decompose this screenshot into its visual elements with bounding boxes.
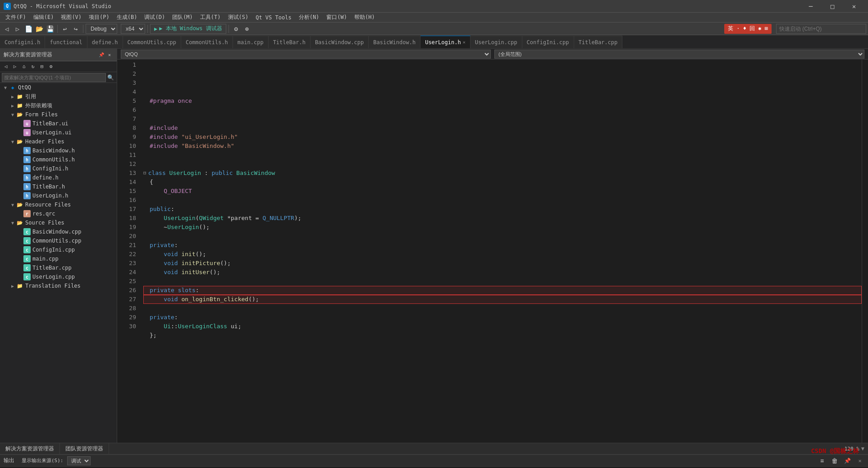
output-pin-btn[interactable]: 📌 xyxy=(843,456,852,465)
tree-item[interactable]: ▼📂Source Files xyxy=(0,218,117,227)
code-line[interactable]: ~UserLogin(); xyxy=(143,223,862,232)
toolbar-redo[interactable]: ↪ xyxy=(71,24,81,34)
collapse-marker[interactable]: ⊟ xyxy=(143,169,146,178)
tab-define-h[interactable]: define.h xyxy=(87,36,123,48)
tab-functional[interactable]: functional xyxy=(45,36,87,48)
output-close-btn[interactable]: ✕ xyxy=(855,456,864,465)
toolbar-save[interactable]: 💾 xyxy=(45,24,55,34)
menu-view[interactable]: 视图(V) xyxy=(57,13,85,23)
tab-userlogin-h[interactable]: UserLogin.h ✕ xyxy=(420,36,471,48)
tree-item[interactable]: hTitleBar.h xyxy=(0,182,117,191)
code-line[interactable]: }; xyxy=(143,331,862,340)
toolbar-back[interactable]: ◁ xyxy=(2,24,12,34)
tree-item[interactable]: hConfigIni.h xyxy=(0,164,117,173)
menu-build[interactable]: 生成(B) xyxy=(113,13,141,23)
code-line[interactable] xyxy=(143,277,862,286)
tree-item[interactable]: ▶📁Translation Files xyxy=(0,281,117,290)
code-line[interactable] xyxy=(143,78,862,87)
code-line[interactable] xyxy=(143,232,862,241)
toolbar-undo[interactable]: ↩ xyxy=(60,24,70,34)
tree-item[interactable]: ▼📂Header Files xyxy=(0,137,117,146)
tree-item[interactable]: hdefine.h xyxy=(0,173,117,182)
toolbar-open[interactable]: 📂 xyxy=(34,24,44,34)
minimize-button[interactable]: ─ xyxy=(800,0,821,13)
tree-item[interactable]: cBasicWindow.cpp xyxy=(0,227,117,236)
run-button[interactable]: ▶ ▶ 本地 Windows 调试器 xyxy=(150,24,226,34)
code-line[interactable] xyxy=(143,87,862,96)
menu-edit[interactable]: 编辑(E) xyxy=(30,13,58,23)
menu-project[interactable]: 项目(P) xyxy=(85,13,113,23)
code-line[interactable]: #include "BasicWindow.h" xyxy=(143,142,862,151)
code-line[interactable]: private: xyxy=(143,241,862,250)
code-line[interactable]: void initUser(); xyxy=(143,268,862,277)
tree-item[interactable]: ▼📂Form Files xyxy=(0,110,117,119)
editor-file-select[interactable]: QtQQ xyxy=(121,50,491,59)
tab-commonutils-cpp[interactable]: CommonUtils.cpp xyxy=(123,36,181,48)
sidebar-collapse-btn[interactable]: ⊟ xyxy=(38,63,46,71)
toolbar-forward[interactable]: ▷ xyxy=(13,24,23,34)
code-line[interactable] xyxy=(143,106,862,115)
tab-main-cpp[interactable]: main.cpp xyxy=(233,36,269,48)
tree-item[interactable]: cUserLogin.cpp xyxy=(0,272,117,281)
tab-basicwindow-cpp[interactable]: BasicWindow.cpp xyxy=(311,36,369,48)
tree-item[interactable]: cCommonUtils.cpp xyxy=(0,236,117,245)
tree-item[interactable]: ▼◆QtQQ xyxy=(0,83,117,92)
tree-item[interactable]: cTitleBar.cpp xyxy=(0,263,117,272)
sidebar-search-icon[interactable]: 🔍 xyxy=(106,73,115,82)
code-line[interactable]: private: xyxy=(143,313,862,322)
debug-config-dropdown[interactable]: Debug xyxy=(86,24,117,34)
code-line[interactable]: void init(); xyxy=(143,250,862,259)
tree-item[interactable]: cmain.cpp xyxy=(0,254,117,263)
code-line[interactable]: public: xyxy=(143,205,862,214)
code-line[interactable]: void on_loginBtn_clicked(); xyxy=(143,295,862,304)
code-line[interactable]: ⊟class UserLogin : public BasicWindow xyxy=(143,169,862,178)
sidebar-back-btn[interactable]: ◁ xyxy=(2,63,10,71)
tree-item[interactable]: ▶📁引用 xyxy=(0,92,117,101)
quick-search-input[interactable] xyxy=(776,24,866,34)
menu-team[interactable]: 团队(M) xyxy=(169,13,196,23)
arch-dropdown[interactable]: x64 xyxy=(121,24,145,34)
tab-titlebar-h[interactable]: TitleBar.h xyxy=(269,36,311,48)
tree-item[interactable]: uUserLogin.ui xyxy=(0,128,117,137)
code-line[interactable] xyxy=(143,304,862,313)
sidebar-refresh-btn[interactable]: ↻ xyxy=(29,63,37,71)
code-line[interactable]: #include "ui_UserLogin.h" xyxy=(143,133,862,142)
tab-configini-cpp[interactable]: ConfigIni.cpp xyxy=(522,36,574,48)
code-line[interactable]: #pragma once xyxy=(143,96,862,106)
tree-item[interactable]: hBasicWindow.h xyxy=(0,146,117,155)
code-line[interactable]: Q_OBJECT xyxy=(143,187,862,196)
sidebar-forward-btn[interactable]: ▷ xyxy=(11,63,19,71)
editor-scope-select[interactable]: (全局范围) xyxy=(494,50,864,59)
tab-userlogin-cpp[interactable]: UserLogin.cpp xyxy=(471,36,522,48)
code-line[interactable]: #include xyxy=(143,124,862,133)
tree-item[interactable]: uTitleBar.ui xyxy=(0,119,117,128)
tree-item[interactable]: ▼📂Resource Files xyxy=(0,200,117,209)
code-line[interactable]: { xyxy=(143,178,862,187)
bottom-tab-team[interactable]: 团队资源管理器 xyxy=(60,443,109,454)
output-filter-select[interactable]: 调试 xyxy=(67,456,91,465)
sidebar-pin-btn[interactable]: 📌 xyxy=(98,51,105,59)
tab-basicwindow-h[interactable]: BasicWindow.h xyxy=(369,36,420,48)
menu-test[interactable]: 测试(S) xyxy=(224,13,252,23)
code-line[interactable]: private slots: xyxy=(143,286,862,295)
sidebar-settings-btn[interactable]: ⚙ xyxy=(47,63,55,71)
bottom-tab-solution[interactable]: 解决方案资源管理器 xyxy=(0,443,60,454)
tab-close-icon[interactable]: ✕ xyxy=(463,40,466,45)
tree-item[interactable]: rres.qrc xyxy=(0,209,117,218)
sidebar-search-input[interactable] xyxy=(2,73,106,82)
tab-titlebar-cpp[interactable]: TitleBar.cpp xyxy=(574,36,623,48)
toolbar-extra2[interactable]: ⊕ xyxy=(242,24,252,34)
menu-analyze[interactable]: 分析(N) xyxy=(295,13,323,23)
code-line[interactable] xyxy=(143,115,862,124)
code-line[interactable] xyxy=(143,340,862,349)
code-line[interactable]: Ui::UserLoginClass ui; xyxy=(143,322,862,331)
output-wrap-btn[interactable]: ≡ xyxy=(818,456,827,465)
toolbar-extra1[interactable]: ⚙ xyxy=(231,24,241,34)
code-line[interactable]: UserLogin(QWidget *parent = Q_NULLPTR); xyxy=(143,214,862,223)
code-editor[interactable]: #pragma once#include #include "ui_UserLo… xyxy=(140,60,862,443)
close-button[interactable]: ✕ xyxy=(844,0,864,13)
code-line[interactable] xyxy=(143,196,862,205)
tab-commonutils-h[interactable]: CommonUtils.h xyxy=(181,36,233,48)
ime-toolbar[interactable]: 英 · ♦ 回 ✱ ⊞ xyxy=(724,24,772,34)
code-line[interactable]: void initPicture(); xyxy=(143,259,862,268)
